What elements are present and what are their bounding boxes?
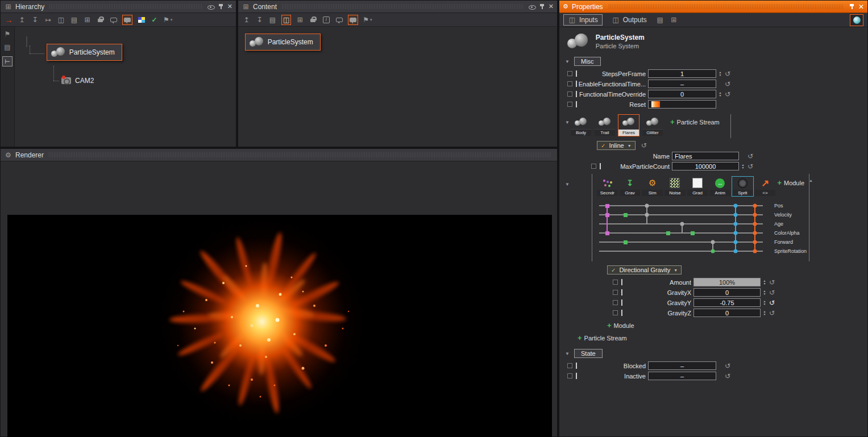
- reset-icon[interactable]: ↺: [769, 279, 775, 286]
- reset-icon[interactable]: ↺: [769, 299, 775, 306]
- maxparticlecount-input[interactable]: 100000: [672, 162, 739, 170]
- close-icon[interactable]: ✕: [858, 3, 864, 11]
- bookmark-icon[interactable]: ⚑: [5, 30, 11, 38]
- stepper-icon[interactable]: ▲▼: [762, 300, 767, 306]
- stepper-icon[interactable]: ▲▼: [741, 164, 745, 169]
- add-particle-stream-button-bottom[interactable]: + Particle Stream: [578, 334, 627, 342]
- info-icon[interactable]: i: [322, 15, 330, 25]
- tree-node-particlesystem[interactable]: ParticleSystem: [47, 44, 122, 61]
- animate-checkbox[interactable]: [567, 81, 572, 86]
- reset-icon[interactable]: ↺: [725, 363, 730, 369]
- comment-icon[interactable]: [109, 15, 118, 25]
- scene-root-icon[interactable]: [26, 37, 27, 47]
- layout-props-icon[interactable]: ⊞: [670, 15, 678, 25]
- pin-icon[interactable]: [849, 3, 854, 10]
- stepsperframe-input[interactable]: 1: [648, 69, 716, 78]
- import-icon[interactable]: ↥: [242, 15, 251, 25]
- thumbnail-view-icon[interactable]: ▤: [268, 15, 277, 25]
- color-palette-icon[interactable]: [137, 15, 146, 25]
- enablefunctionaltime-input[interactable]: –: [648, 80, 716, 88]
- amount-slider[interactable]: 100%: [693, 278, 761, 286]
- jump-arrow-icon[interactable]: →: [5, 15, 13, 25]
- add-module-button[interactable]: + Module: [777, 178, 804, 187]
- module-noise[interactable]: Noise: [665, 177, 686, 196]
- stream-tab-flares[interactable]: Flares: [618, 114, 639, 136]
- tree-view-icon[interactable]: ⊞: [83, 15, 92, 25]
- gravityx-input[interactable]: 0: [693, 288, 761, 297]
- layers-icon[interactable]: ▤: [4, 43, 10, 51]
- module-forward[interactable]: ↗ =>: [755, 177, 776, 196]
- module-gradient[interactable]: Grad: [687, 177, 708, 196]
- section-misc-label[interactable]: Misc: [574, 57, 601, 66]
- reset-icon[interactable]: ↺: [769, 310, 775, 317]
- section-state-label[interactable]: State: [574, 349, 603, 358]
- directional-gravity-dropdown[interactable]: ✓ Directional Gravity ▼: [607, 265, 682, 274]
- render-viewport[interactable]: [7, 215, 552, 437]
- layout-icon[interactable]: ▤: [70, 15, 78, 25]
- stepper-icon[interactable]: ▲▼: [762, 310, 767, 316]
- animate-checkbox[interactable]: [613, 310, 618, 315]
- pin-icon[interactable]: [218, 3, 223, 10]
- reset-icon[interactable]: ↺: [769, 289, 775, 296]
- reset-trigger-button[interactable]: [648, 100, 716, 109]
- comment-icon[interactable]: [335, 15, 343, 25]
- flag-icon[interactable]: ⚑▾: [163, 15, 172, 25]
- animate-checkbox[interactable]: [613, 290, 618, 295]
- eye-icon[interactable]: [207, 3, 214, 10]
- collapse-triangle-icon[interactable]: ▼: [564, 120, 570, 125]
- module-animation[interactable]: ↔ Anim: [709, 177, 730, 196]
- reset-icon[interactable]: ↺: [725, 81, 730, 88]
- animate-checkbox[interactable]: [591, 164, 596, 169]
- lock-icon[interactable]: [309, 15, 317, 25]
- functionaltimeoverride-input[interactable]: 0: [648, 90, 716, 98]
- module-graph[interactable]: [597, 200, 767, 257]
- dock-toggle-button[interactable]: ⊢: [2, 56, 13, 66]
- add-particle-stream-button[interactable]: + Particle Stream: [670, 118, 720, 126]
- module-gravity[interactable]: ↧ Grav: [620, 177, 641, 196]
- split-view-icon[interactable]: ◫: [57, 15, 65, 25]
- pin-props-icon[interactable]: ▤: [656, 15, 665, 25]
- flag-icon[interactable]: ⚑▾: [363, 15, 372, 25]
- inline-dropdown[interactable]: ✓ Inline ▼: [597, 141, 636, 150]
- animate-checkbox[interactable]: [567, 363, 572, 368]
- reset-icon[interactable]: ↺: [747, 153, 753, 160]
- module-secondary[interactable]: Secndr: [597, 177, 618, 196]
- export-icon[interactable]: ↧: [31, 15, 39, 25]
- goto-node-icon[interactable]: ↦: [44, 15, 52, 25]
- renderer-titlebar[interactable]: ⚙ Renderer: [1, 149, 557, 161]
- reset-icon[interactable]: ↺: [725, 70, 730, 77]
- animate-checkbox[interactable]: [567, 71, 572, 76]
- stream-tab-trail[interactable]: Trail: [594, 114, 616, 136]
- stepper-icon[interactable]: ▲▼: [762, 280, 767, 285]
- stepper-icon[interactable]: ▲▼: [718, 91, 722, 97]
- close-icon[interactable]: ✕: [227, 3, 232, 10]
- import-icon[interactable]: ↥: [18, 15, 26, 25]
- stream-tab-body[interactable]: Body: [570, 114, 592, 136]
- stepper-icon[interactable]: ▲▼: [762, 290, 767, 296]
- collapse-up-icon[interactable]: ▲: [809, 178, 813, 182]
- tab-outputs[interactable]: ◫ Outputs: [608, 15, 651, 25]
- stream-tab-glitter[interactable]: Glitter: [642, 114, 663, 136]
- validate-check-icon[interactable]: ✓: [150, 15, 159, 25]
- close-icon[interactable]: ✕: [549, 3, 554, 10]
- hierarchy-titlebar[interactable]: ⊞ Hierarchy ✕: [1, 1, 236, 13]
- animate-checkbox[interactable]: [567, 91, 572, 97]
- reset-icon[interactable]: ↺: [641, 142, 647, 149]
- export-icon[interactable]: ↧: [255, 15, 264, 25]
- name-input[interactable]: Flares: [672, 152, 739, 160]
- stepper-icon[interactable]: ▲▼: [718, 71, 722, 77]
- pin-icon[interactable]: [539, 3, 545, 10]
- add-module-button-bottom[interactable]: + Module: [607, 321, 634, 330]
- collapse-triangle-icon[interactable]: ▼: [564, 351, 570, 356]
- detail-view-icon[interactable]: ◫: [281, 15, 291, 25]
- collapse-triangle-icon[interactable]: ▼: [564, 182, 570, 261]
- module-simulation[interactable]: ⚙ Sim: [642, 177, 663, 196]
- lock-icon[interactable]: [96, 15, 105, 25]
- reset-icon[interactable]: ↺: [725, 91, 730, 98]
- comment-filled-icon[interactable]: [122, 15, 132, 25]
- gravityz-input[interactable]: 0: [693, 309, 761, 317]
- collapse-triangle-icon[interactable]: ▼: [564, 59, 570, 64]
- grid-view-icon[interactable]: ⊞: [296, 15, 304, 25]
- gravityy-input[interactable]: -0.75: [693, 298, 761, 307]
- module-sprite[interactable]: Sprit: [732, 177, 753, 196]
